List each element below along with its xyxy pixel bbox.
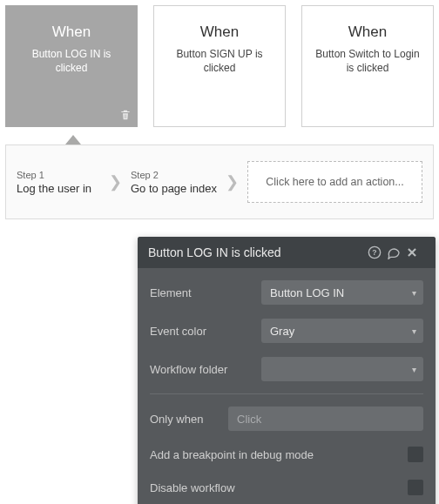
chevron-down-icon: ▾	[412, 288, 416, 298]
row-color: Event color Gray ▾	[138, 312, 436, 350]
step-label: Step 1	[17, 170, 100, 180]
color-label: Event color	[150, 325, 253, 338]
workflow-step-1[interactable]: Step 1 Log the user in	[17, 170, 100, 195]
folder-label: Workflow folder	[150, 363, 253, 376]
panel-body: Element Button LOG IN ▾ Event color Gray…	[138, 268, 436, 504]
event-when: When	[348, 24, 387, 41]
row-only-when: Only when Click	[138, 400, 436, 438]
event-when: When	[200, 24, 239, 41]
chevron-right-icon: ❯	[104, 172, 127, 192]
disable-label: Disable workflow	[150, 481, 235, 494]
chevron-right-icon: ❯	[220, 172, 244, 192]
element-value: Button LOG IN	[270, 286, 344, 299]
trash-icon[interactable]	[119, 109, 132, 121]
only-when-placeholder: Click	[237, 413, 261, 426]
event-desc: Button SIGN UP is clicked	[154, 48, 285, 75]
divider	[150, 393, 423, 394]
color-value: Gray	[270, 325, 294, 338]
panel-header[interactable]: Button LOG IN is clicked ?	[138, 237, 436, 268]
close-icon[interactable]	[406, 246, 425, 259]
folder-select[interactable]: ▾	[261, 357, 423, 381]
chevron-down-icon: ▾	[412, 365, 416, 374]
properties-panel: Button LOG IN is clicked ? Element Butto…	[138, 237, 436, 504]
only-when-label: Only when	[150, 413, 220, 426]
selected-pointer-icon	[65, 135, 81, 144]
event-when: When	[52, 24, 91, 41]
workflow-step-2[interactable]: Step 2 Go to page index	[131, 170, 217, 195]
event-desc: Button Switch to Login is clicked	[302, 48, 433, 75]
comment-icon[interactable]	[387, 245, 406, 259]
only-when-input[interactable]: Click	[228, 407, 423, 431]
panel-title: Button LOG IN is clicked	[148, 245, 368, 259]
row-breakpoint: Add a breakpoint in debug mode	[138, 438, 436, 471]
step-text: Go to page index	[131, 182, 217, 195]
element-select[interactable]: Button LOG IN ▾	[261, 280, 423, 305]
events-row: When Button LOG IN is clicked When Butto…	[0, 0, 439, 127]
color-select[interactable]: Gray ▾	[261, 319, 423, 343]
row-element: Element Button LOG IN ▾	[138, 273, 436, 312]
step-text: Log the user in	[17, 182, 100, 195]
add-action-button[interactable]: Click here to add an action...	[247, 161, 422, 203]
event-desc: Button LOG IN is clicked	[6, 48, 137, 75]
help-icon[interactable]: ?	[368, 245, 387, 259]
row-folder: Workflow folder ▾	[138, 350, 436, 388]
disable-checkbox[interactable]	[408, 480, 423, 495]
element-label: Element	[150, 286, 253, 299]
row-disable: Disable workflow	[138, 471, 436, 504]
svg-text:?: ?	[372, 248, 376, 257]
breakpoint-checkbox[interactable]	[408, 447, 423, 462]
event-card-switchlogin[interactable]: When Button Switch to Login is clicked	[301, 5, 434, 127]
chevron-down-icon: ▾	[412, 326, 416, 336]
event-card-login[interactable]: When Button LOG IN is clicked	[5, 5, 138, 127]
event-card-signup[interactable]: When Button SIGN UP is clicked	[153, 5, 286, 127]
step-label: Step 2	[131, 170, 217, 180]
workflow-steps-bar: Step 1 Log the user in ❯ Step 2 Go to pa…	[5, 144, 434, 219]
breakpoint-label: Add a breakpoint in debug mode	[150, 448, 314, 461]
